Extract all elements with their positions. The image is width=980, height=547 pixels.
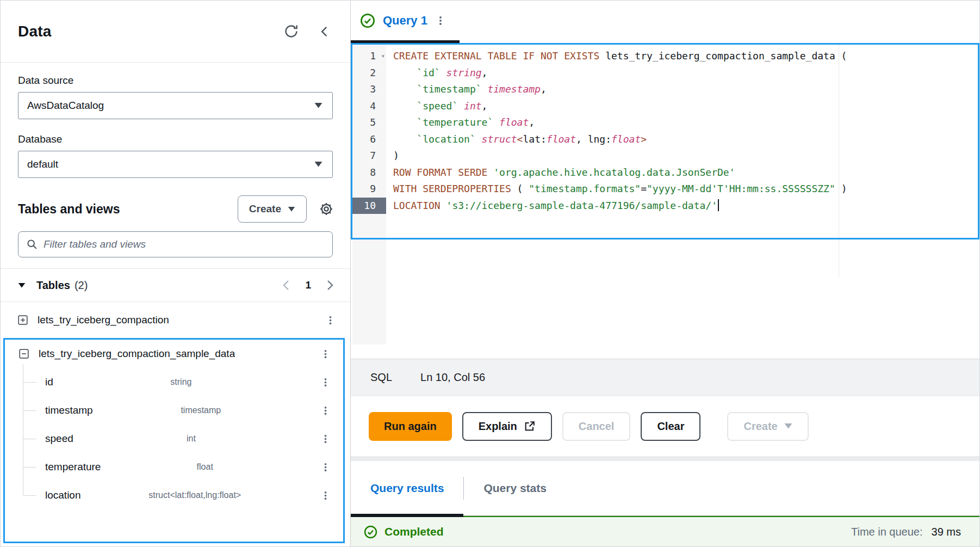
column-type: struct<lat:float,lng:float> [148,490,252,500]
filter-input-wrapper [18,231,333,257]
data-source-label: Data source [18,75,333,87]
code-text: `location` struct<lat:float, lng:float> [386,131,647,148]
clear-button[interactable]: Clear [641,412,700,441]
fold-caret-icon[interactable]: ▾ [381,48,385,65]
code-text: `temperature` float, [386,114,535,131]
filter-tables-input[interactable] [44,238,325,250]
code-text: LOCATION 's3://iceberg-sample-data-47719… [386,198,719,214]
kebab-menu-icon[interactable] [320,433,331,445]
gear-icon[interactable] [319,201,334,217]
text-cursor [718,199,719,211]
database-value: default [27,158,58,170]
chevron-down-icon [784,423,792,429]
column-row[interactable]: speedint [5,425,343,453]
query-actions: Run again Explain Cancel Clear Create [351,396,979,456]
section-divider[interactable] [351,456,979,461]
column-row[interactable]: temperaturefloat [5,453,343,481]
tab-query-stats[interactable]: Query stats [464,461,566,515]
column-name: timestamp [45,404,93,416]
table-row[interactable]: lets_try_iceberg_compaction [1,302,350,338]
panel-title: Data [18,23,52,40]
code-text: `timestamp` timestamp, [386,81,547,98]
column-name: id [45,376,53,388]
kebab-menu-icon[interactable] [320,377,331,388]
line-number: 8 [351,164,386,181]
data-source-select[interactable]: AwsDataCatalog [18,92,333,119]
query-tab[interactable]: Query 1 [351,1,460,43]
code-line[interactable]: 10LOCATION 's3://iceberg-sample-data-477… [351,198,979,214]
code-line[interactable]: 3 `timestamp` timestamp, [351,81,979,98]
chevron-down-icon [314,162,322,167]
create-query-button[interactable]: Create [727,412,808,441]
create-button[interactable]: Create [238,195,307,223]
editor-language: SQL [370,371,392,384]
column-row[interactable]: idstring [5,368,343,396]
table-name: lets_try_iceberg_compaction [38,314,169,326]
line-number: 3 [351,81,386,98]
query-editor-main: Query 1 1▾CREATE EXTERNAL TABLE IF NOT E… [351,1,979,546]
line-number: 5 [351,114,386,131]
kebab-menu-icon[interactable] [325,315,336,326]
kebab-menu-icon[interactable] [320,348,331,360]
kebab-menu-icon[interactable] [320,462,331,473]
code-line[interactable]: 5 `temperature` float, [351,114,979,131]
query-tab-menu-icon[interactable] [435,15,446,27]
table-row-expanded[interactable]: lets_try_iceberg_compaction_sample_data [5,340,343,368]
code-text: ) [386,147,399,164]
code-line[interactable]: 6 `location` struct<lat:float, lng:float… [351,131,979,148]
check-circle-icon [363,525,378,539]
kebab-menu-icon[interactable] [320,405,331,416]
status-label: Completed [384,525,444,538]
query-status-bar: Completed Time in queue: 39 ms [351,516,979,546]
column-row[interactable]: timestamptimestamp [5,396,343,425]
code-text: `speed` int, [386,98,487,115]
tab-query-results[interactable]: Query results [351,461,463,515]
explain-button[interactable]: Explain [462,412,552,441]
column-type: timestamp [181,405,232,415]
collapse-minus-icon[interactable] [18,348,30,360]
code-line[interactable]: 1▾CREATE EXTERNAL TABLE IF NOT EXISTS le… [351,48,979,65]
data-panel-header: Data [1,1,350,63]
database-label: Database [18,133,333,145]
tables-group-label: Tables [36,279,70,292]
explain-label: Explain [479,420,517,433]
tables-group-row[interactable]: Tables (2) 1 [1,268,350,302]
code-line[interactable]: 4 `speed` int, [351,98,979,115]
filter-row [1,223,350,268]
code-text: WITH SERDEPROPERTIES ( "timestamp.format… [386,181,847,198]
line-number: 2 [351,65,386,82]
caret-down-icon[interactable] [18,283,26,288]
collapse-panel-icon[interactable] [318,24,332,39]
page-number: 1 [305,279,311,291]
tables-heading: Tables and views [18,202,120,217]
code-line[interactable]: 2 `id` string, [351,65,979,82]
editor-status-bar: SQL Ln 10, Col 56 [351,359,979,396]
code-line[interactable]: 9WITH SERDEPROPERTIES ( "timestamp.forma… [351,181,979,198]
chevron-down-icon [314,103,322,108]
column-row[interactable]: locationstruct<lat:float,lng:float> [5,481,343,509]
run-again-button[interactable]: Run again [369,412,452,441]
kebab-menu-icon[interactable] [320,490,331,501]
sql-editor[interactable]: 1▾CREATE EXTERNAL TABLE IF NOT EXISTS le… [351,43,979,359]
column-list: idstringtimestamptimestampspeedinttemper… [5,368,343,509]
table-name: lets_try_iceberg_compaction_sample_data [39,348,235,360]
tables-group-count: (2) [75,279,88,292]
results-tab-bar: Query results Query stats [351,461,979,516]
cancel-button[interactable]: Cancel [562,412,631,441]
column-name: temperature [45,461,101,473]
code-line[interactable]: 7) [351,147,979,164]
column-name: location [45,489,81,501]
chevron-right-icon[interactable] [326,280,334,291]
queue-time-value: 39 ms [932,526,961,538]
search-icon [26,238,38,250]
chevron-left-icon[interactable] [282,280,290,291]
query-tab-bar: Query 1 [351,1,979,43]
cursor-position: Ln 10, Col 56 [420,371,485,384]
code-lines: 1▾CREATE EXTERNAL TABLE IF NOT EXISTS le… [351,43,979,214]
database-select[interactable]: default [18,151,333,178]
expand-plus-icon[interactable] [17,314,29,326]
external-link-icon [524,420,536,432]
create-query-label: Create [743,420,777,433]
refresh-icon[interactable] [283,23,299,39]
code-line[interactable]: 8ROW FORMAT SERDE 'org.apache.hive.hcata… [351,164,979,181]
